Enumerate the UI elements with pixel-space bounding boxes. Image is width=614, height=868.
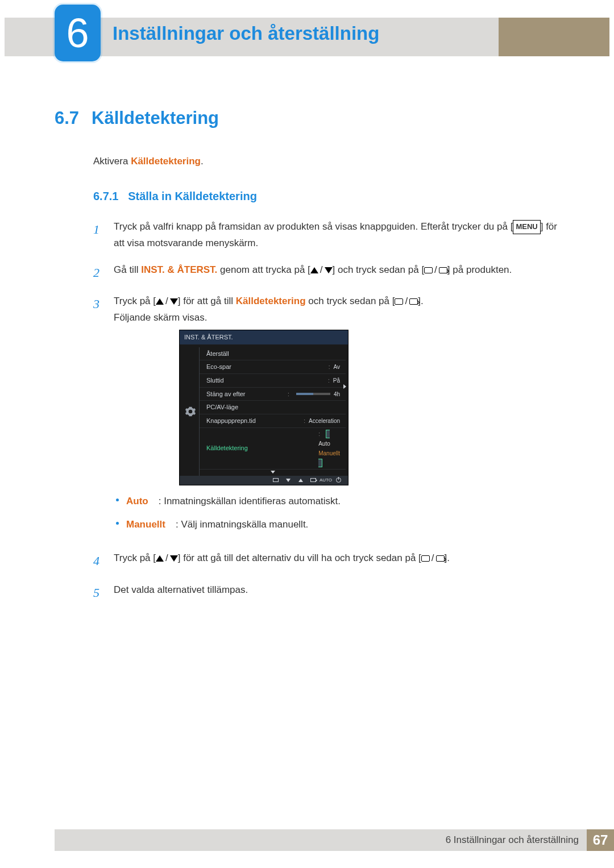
osd-row-pcav: PC/AV-läge xyxy=(200,401,346,414)
select-source-icon: / xyxy=(424,262,447,279)
step-number: 3 xyxy=(93,293,103,540)
bullet-term: Manuellt xyxy=(126,517,165,532)
step-body: Tryck på [/] för att gå till Källdetekte… xyxy=(114,293,559,540)
osd-menu: INST. & ÅTERST. Återställ Eco-spar:Av Sl… xyxy=(179,330,349,485)
step3-a: Tryck på [ xyxy=(114,296,156,306)
select-source-icon: / xyxy=(395,293,418,310)
osd-slider xyxy=(296,393,330,395)
osd-label: Sluttid xyxy=(206,375,224,386)
osd-label: Knappupprepn.tid xyxy=(206,416,256,426)
section-title: Källdetektering xyxy=(92,108,219,128)
chevron-down-icon xyxy=(271,471,275,474)
page-content: 6.7 Källdetektering Aktivera Källdetekte… xyxy=(55,108,559,613)
menu-button-icon: MENU xyxy=(513,220,540,234)
intro-prefix: Aktivera xyxy=(93,156,131,167)
bullet-auto: Auto: Inmatningskällan identifieras auto… xyxy=(114,493,559,509)
osd-screenshot: INST. & ÅTERST. Återställ Eco-spar:Av Sl… xyxy=(179,330,559,485)
up-down-icon: / xyxy=(156,550,178,567)
up-down-icon: / xyxy=(156,293,178,310)
page-footer: 6 Inställningar och återställning 67 xyxy=(55,829,614,851)
osd-value: På xyxy=(333,377,340,384)
osd-row-reset: Återställ xyxy=(200,347,346,361)
osd-footer: AUTO xyxy=(180,476,348,485)
bullet-text: : Välj inmatningskälla manuellt. xyxy=(176,517,308,532)
bullet-list: Auto: Inmatningskällan identifieras auto… xyxy=(114,493,559,532)
header-accent xyxy=(499,18,609,56)
osd-option-manuellt: Manuellt xyxy=(318,448,340,458)
bullet-term: Auto xyxy=(126,493,148,509)
nav-auto-label: AUTO xyxy=(323,477,329,483)
step-1: 1 Tryck på valfri knapp på framsidan av … xyxy=(93,219,559,252)
osd-body: Återställ Eco-spar:Av Sluttid:På Stäng a… xyxy=(180,344,348,476)
step-number: 1 xyxy=(93,219,103,252)
bullet-manuellt: Manuellt: Välj inmatningskälla manuellt. xyxy=(114,517,559,532)
step4-a: Tryck på [ xyxy=(114,553,156,563)
osd-label: PC/AV-läge xyxy=(206,402,238,413)
select-source-icon: / xyxy=(421,550,445,567)
step-body: Tryck på valfri knapp på framsidan av pr… xyxy=(114,219,559,252)
steps-list: 1 Tryck på valfri knapp på framsidan av … xyxy=(93,219,559,603)
step2-a: Gå till xyxy=(114,264,141,275)
step-4: 4 Tryck på [/] för att gå till det alter… xyxy=(93,550,559,571)
osd-row-sluttid: Sluttid:På xyxy=(200,374,346,388)
page-number: 67 xyxy=(587,829,614,851)
intro-text: Aktivera Källdetektering. xyxy=(93,156,559,167)
step3-c: och tryck sedan på [ xyxy=(306,296,395,306)
intro-term: Källdetektering xyxy=(131,156,201,167)
osd-row-knapp: Knappupprepn.tid:Acceleration xyxy=(200,414,346,428)
osd-label: Återställ xyxy=(206,348,229,359)
step-body: Det valda alternativet tillämpas. xyxy=(114,582,559,603)
step3-trail: Följande skärm visas. xyxy=(114,312,207,323)
chapter-badge: 6 xyxy=(55,5,101,61)
chapter-title: Inställningar och återställning xyxy=(113,23,379,44)
step2-d: ] på produkten. xyxy=(447,264,512,275)
osd-value: Av xyxy=(334,364,341,370)
osd-label: Eco-spar xyxy=(206,362,231,372)
step-3: 3 Tryck på [/] för att gå till Källdetek… xyxy=(93,293,559,540)
step3-term: Källdetektering xyxy=(236,296,306,306)
power-icon xyxy=(335,477,341,483)
step3-b: ] för att gå till xyxy=(178,296,236,306)
gear-icon xyxy=(182,347,199,476)
nav-enter-icon xyxy=(310,477,316,483)
up-down-icon: / xyxy=(310,262,333,279)
osd-label: Källdetektering xyxy=(206,443,248,454)
step1-a: Tryck på valfri knapp på framsidan av pr… xyxy=(114,221,513,232)
bullet-text: : Inmatningskällan identifieras automati… xyxy=(159,493,341,509)
section-heading: 6.7 Källdetektering xyxy=(55,108,559,128)
osd-list: Återställ Eco-spar:Av Sluttid:På Stäng a… xyxy=(199,347,346,476)
osd-header: INST. & ÅTERST. xyxy=(180,330,348,344)
osd-value: 4h xyxy=(334,389,340,399)
osd-value: Acceleration xyxy=(309,418,340,424)
step4-b: ] för att gå till det alternativ du vill… xyxy=(178,553,421,563)
step2-c: ] och tryck sedan på [ xyxy=(333,264,425,275)
step-number: 2 xyxy=(93,262,103,283)
osd-label: Stäng av efter xyxy=(206,389,246,400)
osd-dropdown: Auto Manuellt xyxy=(318,430,340,467)
nav-down-icon xyxy=(285,477,291,483)
nav-up-icon xyxy=(298,477,304,483)
step-body: Tryck på [/] för att gå till det alterna… xyxy=(114,550,559,571)
step2-b: genom att trycka på [ xyxy=(217,264,310,275)
intro-suffix: . xyxy=(201,156,204,167)
osd-row-kalldetektering: Källdetektering : Auto Manuellt xyxy=(200,428,346,470)
chevron-right-icon xyxy=(343,384,346,389)
step-body: Gå till INST. & ÅTERST. genom att trycka… xyxy=(114,262,559,283)
subsection-heading: 6.7.1 Ställa in Källdetektering xyxy=(93,190,559,203)
osd-option-auto: Auto xyxy=(318,439,340,448)
step2-term: INST. & ÅTERST. xyxy=(141,264,217,275)
step-number: 5 xyxy=(93,582,103,603)
subsection-title: Ställa in Källdetektering xyxy=(128,190,257,202)
step-number: 4 xyxy=(93,550,103,571)
nav-left-icon xyxy=(273,477,279,483)
osd-row-stangav: Stäng av efter:4h xyxy=(200,388,346,401)
section-number: 6.7 xyxy=(55,108,79,128)
subsection-number: 6.7.1 xyxy=(93,190,118,202)
footer-label: 6 Inställningar och återställning xyxy=(55,829,587,851)
osd-row-ecospar: Eco-spar:Av xyxy=(200,360,346,374)
step-2: 2 Gå till INST. & ÅTERST. genom att tryc… xyxy=(93,262,559,283)
step-5: 5 Det valda alternativet tillämpas. xyxy=(93,582,559,603)
